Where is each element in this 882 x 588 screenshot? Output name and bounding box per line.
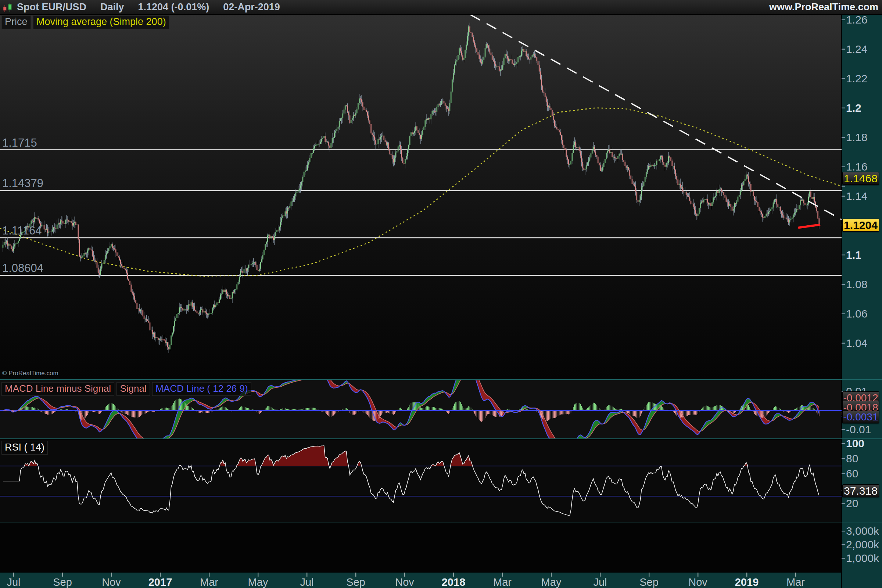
axis-tick <box>842 531 845 531</box>
axis-tick <box>842 49 845 50</box>
axis-tick <box>842 558 845 559</box>
prorealtime-window: Spot EUR/USD Daily 1.1204 (-0.01%) 02-Ap… <box>0 0 882 588</box>
axis-tick <box>842 503 845 504</box>
bottom-axis-bg[interactable] <box>0 573 842 588</box>
price-axis-label: 1.04 <box>846 337 867 350</box>
rsi-axis-label: 100 <box>846 437 864 450</box>
axis-tick <box>842 196 845 196</box>
price-value-box: 1.1468 <box>842 172 879 185</box>
axis-tick <box>842 429 845 430</box>
month-label: Nov <box>102 576 121 588</box>
volume-axis-label: 2,000k <box>846 538 879 551</box>
month-label: Sep <box>639 576 658 588</box>
axis-tick <box>842 255 845 255</box>
last-quote: 1.1204 (-0.01%) <box>138 2 210 13</box>
month-label: May <box>542 576 561 588</box>
level-price-label: 1.08604 <box>2 262 44 275</box>
candlestick-logo-icon <box>2 2 13 12</box>
level-price-label: 1.11164 <box>2 224 42 237</box>
copyright-note: © ProRealTime.com <box>2 370 58 377</box>
month-label: Jul <box>7 576 20 588</box>
axis-tick <box>842 20 845 20</box>
axis-tick <box>842 458 845 459</box>
month-label: Nov <box>688 576 707 588</box>
level-price-label: 1.14379 <box>2 177 44 190</box>
axis-tick <box>842 78 845 79</box>
price-value-box: 1.1204 <box>842 219 879 231</box>
price-axis-label: 1.18 <box>846 131 867 144</box>
month-label: Jul <box>300 576 314 588</box>
month-label: 2018 <box>442 576 466 588</box>
month-label: Mar <box>200 576 218 588</box>
month-label: 2017 <box>148 576 172 588</box>
macd-legend-row: MACD Line minus Signal Signal MACD Line … <box>2 382 252 396</box>
price-axis-label: 1.08 <box>846 278 867 291</box>
axis-tick <box>842 137 845 138</box>
month-label: 2019 <box>735 576 759 588</box>
instrument-name: Spot EUR/USD <box>17 2 86 13</box>
rsi-legend-chip[interactable]: RSI ( 14) <box>2 441 48 454</box>
price-axis-label: 1.2 <box>846 102 861 114</box>
axis-tick <box>842 186 845 186</box>
price-axis-label: 1.26 <box>846 14 867 26</box>
rsi-legend-row: RSI ( 14) <box>2 441 48 454</box>
month-label: Mar <box>786 576 805 588</box>
volume-axis-label: 3,000k <box>846 525 879 537</box>
axis-tick <box>842 343 845 344</box>
price-legend-row: Price Moving average (Simple 200) <box>2 15 170 29</box>
price-legend-chip[interactable]: Price <box>2 15 31 29</box>
ma200-legend-chip[interactable]: Moving average (Simple 200) <box>33 15 170 29</box>
macd-hist-legend-chip[interactable]: MACD Line minus Signal <box>2 382 114 396</box>
macd-line-legend-chip[interactable]: MACD Line ( 12 26 9) <box>152 382 251 396</box>
volume-axis-label: 1,000k <box>846 552 879 564</box>
price-axis-label: 1.06 <box>846 308 867 320</box>
quote-date: 02-Apr-2019 <box>223 2 280 13</box>
month-label: May <box>248 576 268 588</box>
volume-panel-bg[interactable] <box>0 524 842 572</box>
timeframe-label: Daily <box>100 2 124 13</box>
rsi-axis-label: 20 <box>846 497 858 510</box>
month-label: Sep <box>53 576 72 588</box>
price-axis-label: 1.22 <box>846 72 867 85</box>
level-price-label: 1.1715 <box>2 136 37 150</box>
chart-title-bar: Spot EUR/USD Daily 1.1204 (-0.01%) 02-Ap… <box>0 0 882 15</box>
price-axis-label: 1.16 <box>846 160 867 173</box>
macd-value-box: -0.0031 <box>842 411 879 423</box>
rsi-panel-bg[interactable] <box>0 440 842 523</box>
rsi-axis-label: 60 <box>846 468 858 480</box>
month-label: Mar <box>493 576 512 588</box>
rsi-axis-label: 80 <box>846 452 858 465</box>
price-axis-label: 1.24 <box>846 43 867 56</box>
macd-axis-label: -0.01 <box>846 423 871 436</box>
axis-tick <box>842 473 845 474</box>
axis-tick <box>842 108 845 108</box>
month-label: Jul <box>593 576 607 588</box>
axis-tick <box>842 443 845 444</box>
price-axis-label: 1.1 <box>846 249 861 261</box>
axis-tick <box>842 544 845 545</box>
chart-surface[interactable] <box>0 0 882 588</box>
month-label: Nov <box>395 576 414 588</box>
axis-tick <box>842 166 845 167</box>
axis-tick <box>842 314 845 314</box>
axis-tick <box>842 284 845 285</box>
brand-url: www.ProRealTime.com <box>769 2 878 13</box>
price-axis-label: 1.14 <box>846 190 867 202</box>
macd-signal-legend-chip[interactable]: Signal <box>117 382 150 396</box>
rsi-value-box: 37.318 <box>842 484 879 497</box>
month-label: Sep <box>346 576 365 588</box>
